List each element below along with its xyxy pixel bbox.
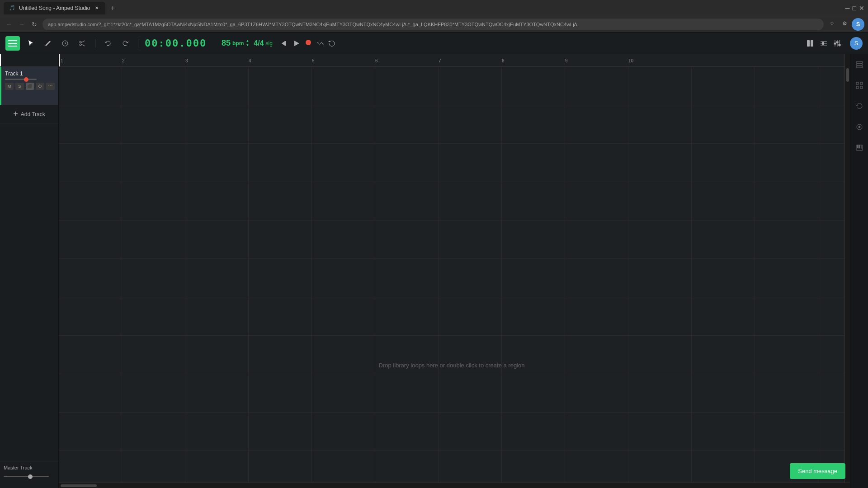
cursor-tool-btn[interactable] [24,37,37,50]
svg-point-8 [306,40,311,45]
bpm-unit: bpm [232,40,244,47]
clock-tool-btn[interactable] [59,37,71,50]
svg-point-26 [859,126,860,128]
back-btn[interactable]: ← [4,19,14,30]
svg-rect-16 [836,42,838,43]
svg-marker-7 [294,41,299,46]
send-message-btn[interactable]: Send message [790,463,845,479]
track-v-scroll[interactable] [844,67,850,483]
undo-btn[interactable] [102,37,114,50]
browser-actions: ☆ ⚙ S [826,18,864,31]
address-bar[interactable]: app.ampedstudio.com/?_gl=1*zkt20c*_ga*MT… [42,19,824,30]
track-item-1[interactable]: Track 1 M S ⬛ ⏱ 〰 [0,67,58,105]
tab-title: Untitled Song - Amped Studio [19,5,90,11]
track-1-solo-btn[interactable]: S [15,83,24,90]
loop-btn[interactable] [328,39,336,47]
arrange-grid[interactable]: Drop library loops here or double click … [59,67,844,483]
sidebar-properties-icon[interactable] [853,58,866,71]
svg-rect-6 [285,41,286,46]
track-1-freeze-btn[interactable]: ⏱ [36,83,44,90]
svg-point-2 [80,44,81,46]
rewind-btn[interactable] [281,39,289,47]
pencil-tool-btn[interactable] [42,37,54,50]
forward-btn[interactable]: → [16,19,27,30]
v-scroll-thumb[interactable] [846,68,849,82]
playhead-marker [0,54,1,66]
sidebar-piano-icon[interactable] [853,141,866,155]
track-1-buttons: M S ⬛ ⏱ 〰 [5,83,55,90]
svg-rect-10 [811,40,813,47]
track-1-volume-slider[interactable] [5,79,37,80]
arrange-scroll[interactable]: Drop library loops here or double click … [59,67,844,483]
track-list: Track 1 M S ⬛ ⏱ 〰 + Add Track [0,67,58,461]
track-1-automation-btn[interactable]: 〰 [46,83,55,90]
browser-chrome: 🎵 Untitled Song - Amped Studio ✕ + ─ □ ✕ [0,0,868,16]
drop-hint: Drop library loops here or double click … [378,362,524,369]
svg-rect-31 [857,145,858,148]
track-1-arm-btn[interactable]: ⬛ [26,83,34,90]
svg-rect-24 [860,86,863,89]
bpm-arrows[interactable]: ▲ ▼ [245,39,249,47]
maximize-btn[interactable]: □ [853,5,856,12]
svg-marker-5 [282,41,285,46]
ruler-tick-8: 8 [502,58,505,63]
arrange-wrapper: 1 2 3 4 5 6 7 8 9 10 Drop library loo [59,54,850,488]
wave-btn[interactable] [316,39,324,47]
svg-rect-19 [856,64,863,66]
sidebar-undo-icon[interactable] [853,99,866,113]
track-1-name: Track 1 [5,70,55,77]
timeline-playhead [59,54,60,66]
add-track-btn[interactable]: + Add Track [0,105,58,123]
profile-avatar[interactable]: S [852,18,864,31]
ruler-tick-2: 2 [122,58,125,63]
scissors-tool-btn[interactable] [76,37,89,50]
svg-rect-32 [859,145,860,148]
track-panel: Track 1 M S ⬛ ⏱ 〰 + Add Track Master Tra… [0,54,59,488]
arrange-h-scroll[interactable] [59,483,850,488]
record-btn[interactable] [304,38,312,48]
play-btn[interactable] [292,39,301,47]
bpm-display[interactable]: 85 bpm ▲ ▼ [222,38,249,48]
svg-line-3 [81,41,85,42]
close-btn[interactable]: ✕ [859,5,864,12]
menu-btn[interactable] [5,36,20,51]
mix-btn[interactable] [833,39,842,48]
tab-bar: 🎵 Untitled Song - Amped Studio ✕ + [4,0,118,16]
snap-btn[interactable] [806,39,815,48]
svg-rect-20 [856,66,863,68]
extensions-btn[interactable]: ⚙ [839,18,850,29]
arrange-v-scroll[interactable] [844,54,850,67]
ruler-tick-1: 1 [61,58,63,63]
user-avatar[interactable]: S [850,37,863,50]
sidebar-grid-icon[interactable] [853,79,866,92]
bpm-down-arrow[interactable]: ▼ [245,43,249,47]
hamburger-line-2 [8,43,17,44]
redo-btn[interactable] [119,37,132,50]
separator-1 [95,39,95,48]
sidebar-circle-icon[interactable] [853,120,866,134]
svg-rect-11 [822,42,824,45]
browser-navigation: ← → ↻ [4,18,40,31]
active-tab[interactable]: 🎵 Untitled Song - Amped Studio ✕ [4,2,105,14]
time-display: 00:00.000 [145,38,217,49]
bpm-up-arrow[interactable]: ▲ [245,39,249,43]
hamburger-line-1 [8,40,17,41]
timeline-row: 1 2 3 4 5 6 7 8 9 10 [59,54,850,67]
svg-line-4 [81,44,85,46]
browser-nav-row: ← → ↻ app.ampedstudio.com/?_gl=1*zkt20c*… [0,16,868,33]
separator-2 [138,39,138,48]
bookmark-btn[interactable]: ☆ [826,18,837,29]
minimize-btn[interactable]: ─ [845,5,850,12]
quantize-btn[interactable] [819,39,828,48]
add-track-icon: + [13,109,18,119]
svg-rect-23 [856,86,859,89]
reload-btn[interactable]: ↻ [29,19,40,30]
new-tab-btn[interactable]: + [107,3,118,14]
master-volume-slider[interactable] [4,476,49,477]
arrange-h-scroll-thumb[interactable] [61,484,97,487]
track-1-mute-btn[interactable]: M [5,83,14,90]
ruler-tick-9: 9 [565,58,568,63]
tab-close-btn[interactable]: ✕ [94,5,100,11]
track-1-lane[interactable] [59,67,844,105]
tab-favicon: 🎵 [9,5,15,11]
